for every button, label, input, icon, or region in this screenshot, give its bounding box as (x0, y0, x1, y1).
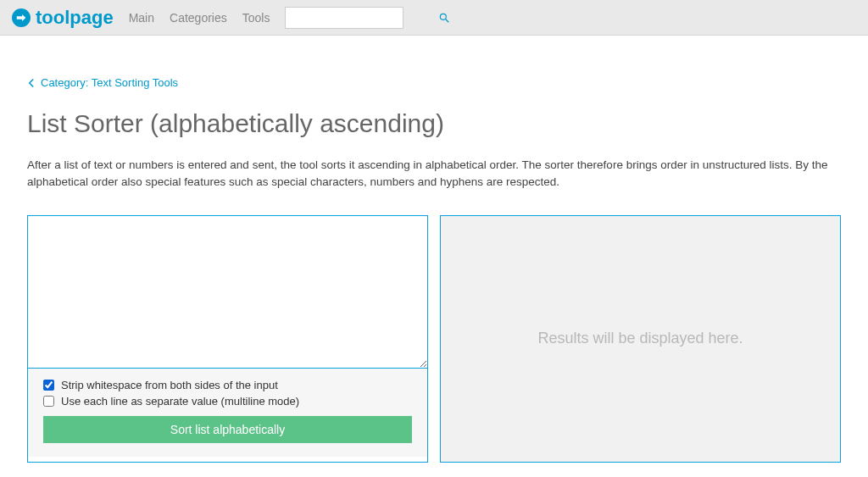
search-box (285, 7, 403, 29)
submit-button[interactable]: Sort list alphabetically (43, 416, 412, 443)
nav-links: Main Categories Tools (129, 11, 270, 25)
checkbox-strip-whitespace[interactable] (43, 380, 54, 391)
brand-link[interactable]: toolpage (12, 7, 114, 29)
brand-logo-icon (12, 8, 31, 27)
page-title: List Sorter (alphabetically ascending) (27, 109, 841, 138)
chevron-left-icon (27, 78, 36, 88)
breadcrumb[interactable]: Category: Text Sorting Tools (27, 76, 841, 89)
input-panel: Strip whitespace from both sides of the … (27, 215, 428, 463)
breadcrumb-label: Category: Text Sorting Tools (41, 76, 178, 89)
search-input[interactable] (286, 11, 438, 24)
page-description: After a list of text or numbers is enter… (27, 157, 841, 191)
option-strip-whitespace[interactable]: Strip whitespace from both sides of the … (43, 379, 412, 391)
option-multiline-label: Use each line as separate value (multili… (61, 395, 299, 408)
topbar: toolpage Main Categories Tools (0, 0, 868, 36)
option-multiline[interactable]: Use each line as separate value (multili… (43, 395, 412, 408)
panels: Strip whitespace from both sides of the … (27, 215, 841, 463)
output-placeholder: Results will be displayed here. (537, 330, 743, 347)
svg-point-0 (441, 14, 447, 19)
checkbox-multiline[interactable] (43, 396, 54, 407)
search-icon[interactable] (438, 12, 450, 24)
input-textarea[interactable] (28, 216, 427, 369)
svg-line-1 (446, 19, 449, 22)
option-strip-whitespace-label: Strip whitespace from both sides of the … (61, 379, 278, 391)
nav-categories[interactable]: Categories (170, 11, 227, 25)
nav-main[interactable]: Main (129, 11, 154, 25)
nav-tools[interactable]: Tools (242, 11, 270, 25)
options-block: Strip whitespace from both sides of the … (28, 369, 427, 457)
brand-name: toolpage (36, 7, 114, 29)
output-panel: Results will be displayed here. (440, 215, 841, 463)
